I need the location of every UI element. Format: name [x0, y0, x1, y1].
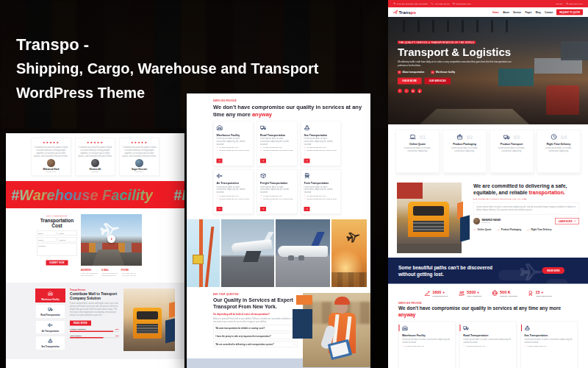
- facebook-icon[interactable]: f: [398, 88, 402, 93]
- tab-warehouse-facility[interactable]: Warehouse Facility: [35, 289, 65, 302]
- stat-years-experience: 15 +Years of Experience: [528, 290, 552, 297]
- subject-input[interactable]: [58, 237, 78, 242]
- service-desc: Lorem ipsum dolor sit amet, consectetur …: [304, 185, 338, 194]
- arrow-icon: [262, 208, 265, 210]
- service-feature: 07 Ship weight /Day Fee: [307, 146, 326, 149]
- tab-title: Contribute Well to Transport Company Sol…: [70, 291, 119, 300]
- service-desc: Lorem ipsum dolor sit amet, consectetur …: [217, 138, 251, 146]
- progress-product-transport: Product Transport88%: [70, 328, 119, 332]
- tab-sea-transportation[interactable]: Sea Transportation: [35, 336, 65, 350]
- service-card-warehouse: Warehouse Facility Lorem ipsum dolor sit…: [398, 321, 456, 368]
- feature-desc: Lorem ipsum dolor sit of amet, consectet…: [399, 146, 437, 152]
- service-card-freight: Freight Transportation Lorem ipsum dolor…: [257, 169, 298, 214]
- stat-label: Company Connected: [500, 294, 517, 297]
- truck-icon: [48, 306, 53, 311]
- globe-icon: [492, 290, 498, 297]
- learn-more-button[interactable]: LEARN MORE: [555, 218, 579, 224]
- service-more-button[interactable]: [304, 207, 310, 211]
- service-more-button[interactable]: [260, 207, 266, 211]
- tab-label: Road Transportation: [37, 314, 65, 316]
- testimonial-quote: I realized very early the power of food …: [78, 146, 112, 158]
- contact-line: gate New South: [81, 274, 98, 277]
- award-icon: [528, 290, 534, 297]
- takeoff-sunset-photo: [331, 219, 367, 287]
- service-more-button[interactable]: [217, 207, 223, 211]
- feature-card-product-packaging: 02 Product Packaging Lorem ipsum dolor s…: [442, 130, 487, 173]
- nav-item-home[interactable]: Home: [492, 11, 498, 13]
- freight-box-icon: [260, 173, 267, 180]
- faq-item[interactable]: We are committed to delivering a safe tr…: [213, 341, 298, 347]
- service-desc: Lorem ipsum dolor sit amet, consectetur …: [260, 185, 294, 194]
- our-services-button[interactable]: OUR SERVICES: [424, 77, 451, 84]
- arrow-icon: [306, 208, 309, 210]
- plane-silhouette-shape: [344, 227, 362, 245]
- clock-icon: [566, 3, 568, 5]
- hero-section: THE QUALITY SERVICE & TRANSPORTATION OF …: [388, 17, 588, 124]
- cloud-shape: [546, 279, 568, 284]
- email-input[interactable]: [58, 231, 78, 236]
- tab-air-transportation[interactable]: Air Transportation: [35, 320, 65, 334]
- nav-item-contact[interactable]: Contact: [545, 11, 553, 13]
- name-input[interactable]: [37, 231, 57, 236]
- services-heading-accent: anyway: [252, 110, 272, 117]
- transpo-logo[interactable]: Transpo: [393, 10, 416, 15]
- nav-item-blog[interactable]: Blog: [536, 11, 541, 13]
- contact-line: info@transpo.com: [101, 274, 118, 277]
- progress-bar: [70, 330, 119, 332]
- highway-plane-photo: [81, 214, 142, 266]
- clock-icon: [551, 134, 557, 141]
- airplane-boarding-photo: [221, 219, 274, 287]
- nav-menu: Home About Service Pages Blog Contact: [492, 11, 553, 13]
- twitter-icon[interactable]: t: [404, 88, 409, 93]
- message-input[interactable]: [37, 244, 77, 256]
- hero-eyebrow: THE QUALITY SERVICE & TRANSPORTATION OF …: [398, 41, 512, 43]
- tab-road-transportation[interactable]: Road Transportation: [35, 304, 65, 318]
- know-more-button[interactable]: KNOW MORE: [398, 77, 421, 84]
- service-feature: 07 Ship weight /Day Fee: [307, 194, 326, 197]
- service-more-button[interactable]: [304, 159, 310, 163]
- phone-icon: [431, 3, 434, 5]
- stats-row: 1600 +Completed Delivery 5300 +Happy Cus…: [388, 284, 588, 300]
- stat-value: 5300 +: [467, 290, 481, 294]
- warehouse-icon: [217, 124, 223, 131]
- linkedin-icon[interactable]: in: [411, 88, 415, 93]
- cta-know-more-button[interactable]: KNOW MORE: [542, 267, 564, 274]
- service-card-sea: Sea Transportation Lorem ipsum dolor sit…: [520, 321, 578, 368]
- nav-item-service[interactable]: Service: [513, 11, 521, 13]
- faq-item-open[interactable]: I'm depending will be both of crane of t…: [213, 313, 298, 323]
- service-title: Freight Transportation: [260, 182, 294, 185]
- request-quote-button[interactable]: REQUEST TO QUOTE: [556, 10, 583, 15]
- service-desc: Lorem ipsum dolor sit amet, consectetur …: [260, 138, 294, 146]
- services-provide-section: SERVICES PROVIDE We don't have compromis…: [388, 300, 588, 368]
- service-card-train: Train Transportation Lorem ipsum dolor s…: [301, 169, 341, 214]
- boarding-stairs-shape: [243, 251, 262, 262]
- logo-plane-icon: [393, 10, 398, 15]
- service-feature: 02 Ship weight /Day buy must be paid: [220, 149, 249, 152]
- feature-number: 01: [420, 134, 426, 141]
- check-icon: [260, 194, 262, 197]
- rating-stars-icon: ★★★★★: [34, 141, 68, 145]
- theme-title-line2: Shipping, Cargo, Warehouse and Transport: [16, 57, 319, 81]
- accent-shape: [460, 215, 470, 242]
- mail-icon: [453, 3, 455, 5]
- nav-item-about[interactable]: About: [503, 11, 509, 13]
- pin-icon: [393, 3, 395, 5]
- play-video-button[interactable]: [107, 235, 115, 243]
- topbar-email: info@transpo.com: [453, 3, 470, 5]
- services-eyebrow: SERVICES PROVIDE: [398, 302, 578, 304]
- service-title: Road Transportation: [463, 334, 513, 337]
- service-more-button[interactable]: [260, 159, 266, 163]
- service-feature: 07 Ship weight /Day Fee: [263, 146, 282, 149]
- laptop-icon: [409, 134, 416, 141]
- service-more-button[interactable]: [217, 159, 223, 163]
- read-more-button[interactable]: READ MORE: [70, 320, 91, 325]
- faq-item[interactable]: We want transportation be reliable or co…: [213, 325, 298, 331]
- progress-bar: [70, 337, 119, 339]
- nav-item-pages[interactable]: Pages: [526, 11, 532, 13]
- phone-input[interactable]: [37, 237, 57, 242]
- pinterest-icon[interactable]: p: [417, 88, 422, 93]
- submit-button[interactable]: SUBMIT NOW: [46, 261, 68, 266]
- faq-item[interactable]: I have the penny to take very important …: [213, 333, 298, 339]
- service-desc: Lorem ipsum dolor sit amet, consectetur …: [402, 338, 452, 344]
- avatar: [47, 159, 55, 167]
